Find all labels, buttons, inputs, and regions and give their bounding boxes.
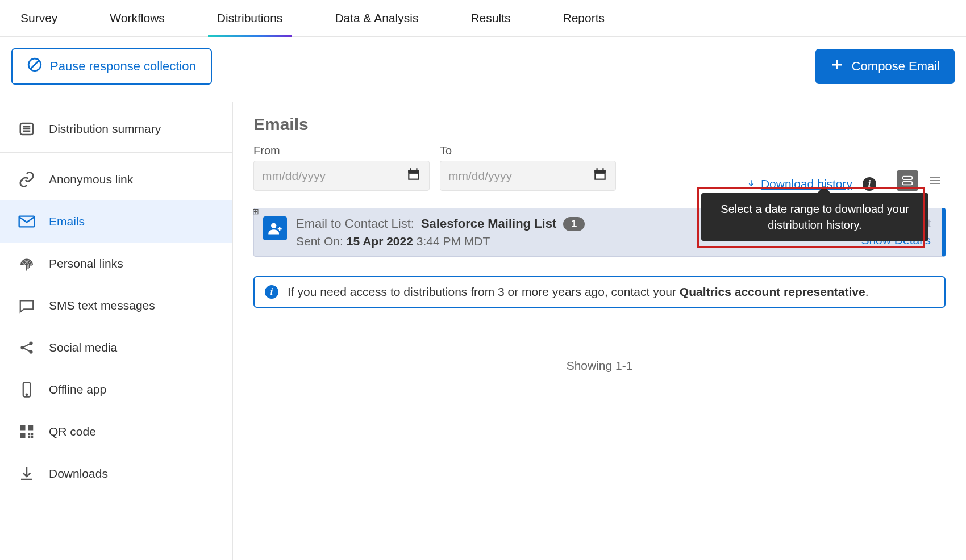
sidebar-item-sms[interactable]: SMS text messages: [0, 285, 232, 327]
svg-rect-32: [597, 168, 598, 170]
top-nav: Survey Workflows Distributions Data & An…: [0, 0, 966, 37]
tab-survey[interactable]: Survey: [11, 0, 66, 36]
from-label: From: [253, 144, 430, 157]
download-history-tooltip: Select a date range to download your dis…: [701, 193, 928, 241]
sidebar-item-emails[interactable]: Emails: [0, 200, 232, 243]
sidebar-label: QR code: [49, 425, 96, 438]
svg-rect-27: [410, 168, 411, 170]
svg-rect-34: [596, 174, 604, 179]
action-bar: Pause response collection Compose Email: [0, 37, 966, 102]
sidebar-item-social[interactable]: Social media: [0, 327, 232, 369]
from-date-group: From mm/dd/yyyy: [253, 144, 430, 191]
mobile-icon: [17, 380, 36, 399]
card-view-button[interactable]: [897, 170, 918, 191]
info-banner: i If you need access to distributions fr…: [253, 276, 946, 308]
to-label: To: [440, 144, 616, 157]
pause-label: Pause response collection: [50, 59, 196, 74]
svg-rect-22: [31, 433, 34, 436]
svg-rect-26: [408, 170, 419, 172]
sidebar-label: Anonymous link: [49, 173, 133, 186]
download-history-label: Download history: [761, 177, 852, 191]
pagination-text: Showing 1-1: [253, 359, 946, 373]
calendar-icon: [406, 167, 421, 185]
svg-rect-19: [28, 433, 31, 436]
banner-text: If you need access to distributions from…: [288, 285, 868, 299]
sidebar-label: Social media: [49, 341, 117, 354]
plus-icon: [830, 58, 844, 75]
svg-rect-37: [903, 177, 913, 180]
sidebar-label: Downloads: [49, 467, 108, 480]
from-placeholder: mm/dd/yyyy: [262, 169, 326, 183]
email-list-name: Salesforce Mailing List: [421, 216, 556, 231]
count-badge: 1: [563, 217, 585, 231]
svg-rect-28: [416, 168, 417, 170]
to-date-group: To mm/dd/yyyy: [440, 144, 616, 191]
sidebar-item-downloads[interactable]: Downloads: [0, 453, 232, 495]
sidebar-item-anonymous[interactable]: Anonymous link: [0, 158, 232, 200]
compose-email-button[interactable]: Compose Email: [815, 49, 955, 84]
sidebar-label: Personal links: [49, 257, 123, 270]
pause-icon: [27, 57, 42, 76]
sidebar-item-qr[interactable]: QR code: [0, 411, 232, 453]
sent-time: 3:44 PM MDT: [417, 235, 490, 248]
to-placeholder: mm/dd/yyyy: [448, 169, 512, 183]
page-title: Emails: [253, 115, 946, 134]
date-filter-row: From mm/dd/yyyy To mm/dd/yyyy: [253, 144, 946, 191]
envelope-icon: [17, 212, 36, 231]
svg-point-42: [271, 223, 276, 228]
tab-distributions[interactable]: Distributions: [208, 0, 292, 36]
chat-icon: [17, 296, 36, 315]
email-prefix: Email to Contact List:: [296, 216, 414, 231]
link-icon: [17, 170, 36, 189]
sidebar-label: SMS text messages: [49, 299, 155, 312]
svg-rect-38: [903, 182, 913, 185]
sidebar: Distribution summary Anonymous link Emai…: [0, 102, 233, 560]
sidebar-item-personal[interactable]: Personal links: [0, 243, 232, 285]
svg-line-13: [24, 348, 30, 351]
tab-data-analysis[interactable]: Data & Analysis: [326, 0, 427, 36]
content: Emails From mm/dd/yyyy To mm/dd/yyyy: [233, 102, 966, 560]
sent-date: 15 Apr 2022: [347, 235, 413, 248]
svg-rect-29: [409, 174, 418, 179]
tab-reports[interactable]: Reports: [553, 0, 614, 36]
main-area: Distribution summary Anonymous link Emai…: [0, 102, 966, 560]
sidebar-label: Emails: [49, 215, 85, 228]
svg-rect-33: [602, 168, 603, 170]
sent-prefix: Sent On:: [296, 235, 343, 248]
list-view-button[interactable]: [924, 170, 946, 191]
expand-icon[interactable]: ⊞: [252, 207, 261, 216]
sidebar-item-offline[interactable]: Offline app: [0, 369, 232, 411]
tab-workflows[interactable]: Workflows: [101, 0, 173, 36]
download-icon: [17, 464, 36, 483]
download-history-link[interactable]: Download history: [746, 177, 852, 191]
compose-label: Compose Email: [852, 59, 940, 74]
svg-line-1: [31, 61, 39, 69]
qr-icon: [17, 422, 36, 441]
contact-list-icon: [263, 216, 287, 240]
list-icon: [17, 119, 36, 139]
svg-line-12: [24, 344, 30, 347]
pause-response-button[interactable]: Pause response collection: [11, 48, 212, 85]
share-icon: [17, 338, 36, 357]
info-icon[interactable]: i: [863, 177, 876, 191]
info-icon: i: [265, 285, 278, 299]
sidebar-label: Distribution summary: [49, 122, 161, 136]
sidebar-item-summary[interactable]: Distribution summary: [0, 108, 232, 153]
sidebar-label: Offline app: [49, 383, 106, 396]
view-toggle: [897, 170, 946, 191]
svg-rect-31: [594, 170, 606, 172]
calendar-icon: [593, 167, 607, 185]
svg-rect-17: [28, 425, 34, 431]
svg-rect-18: [20, 433, 26, 438]
tab-results[interactable]: Results: [461, 0, 519, 36]
from-date-input[interactable]: mm/dd/yyyy: [253, 161, 430, 191]
to-date-input[interactable]: mm/dd/yyyy: [440, 161, 616, 191]
svg-point-15: [26, 394, 28, 396]
svg-rect-16: [20, 425, 26, 431]
fingerprint-icon: [17, 254, 36, 273]
svg-rect-20: [31, 436, 34, 438]
svg-rect-21: [28, 436, 31, 438]
